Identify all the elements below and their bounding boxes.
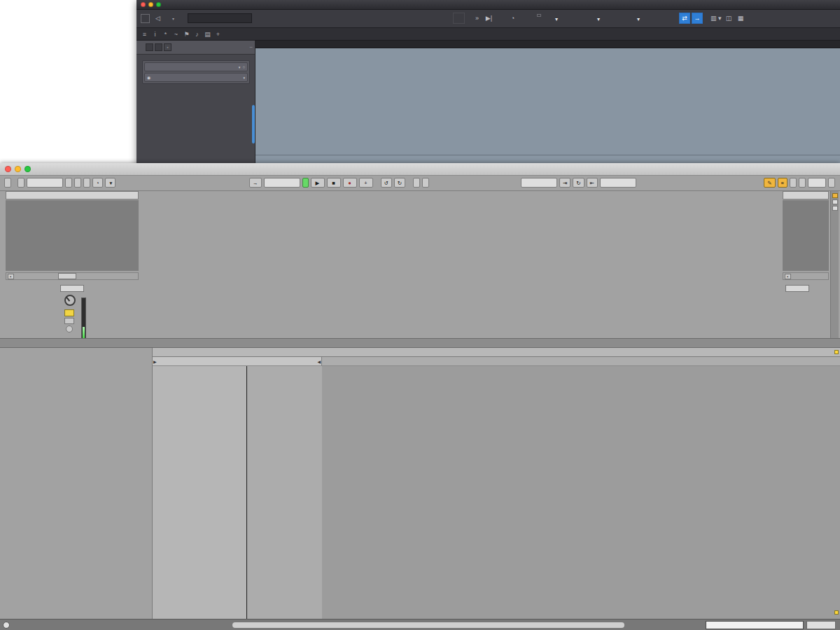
punch-in-button[interactable]: ⇥ — [559, 178, 570, 188]
quantize-button[interactable] — [495, 13, 507, 24]
loop-start-field[interactable] — [521, 178, 557, 188]
vertical-scrollbar[interactable] — [252, 105, 255, 144]
key-map-button[interactable] — [790, 178, 797, 188]
autoscroll-icon[interactable]: → — [692, 13, 703, 24]
master-volume-readout[interactable] — [785, 285, 809, 292]
io-show-toggle[interactable] — [832, 200, 838, 204]
stop-button[interactable]: ■ — [327, 178, 341, 188]
arrangement-waveform-area[interactable] — [255, 48, 840, 168]
close-button[interactable] — [5, 166, 11, 172]
loop-button[interactable]: ↻ — [573, 178, 584, 188]
record-button[interactable]: ● — [343, 178, 357, 188]
automation-lane[interactable]: ◉ ▾ — [144, 73, 248, 82]
timebase-cluster[interactable]: ▾ — [597, 11, 600, 27]
link-button[interactable] — [4, 178, 11, 188]
dual-view-icon[interactable]: ◫ — [723, 13, 735, 24]
close-button[interactable] — [141, 2, 146, 7]
note-icon[interactable]: ♪ — [192, 29, 202, 39]
snap-cluster[interactable]: ▾ — [637, 11, 640, 27]
automation-arm-button[interactable]: ↺ — [381, 178, 392, 188]
live-titlebar[interactable] — [0, 163, 840, 176]
track-header[interactable]: ◦ ~ — [136, 41, 255, 55]
loop-brace[interactable]: ▶ ◀ — [153, 357, 322, 365]
follow-button[interactable]: → — [249, 178, 262, 188]
record-monitor-icon[interactable]: ◦ — [164, 43, 172, 51]
nudge-up-button[interactable] — [74, 178, 81, 188]
minimize-button[interactable] — [15, 166, 21, 172]
midi-map-button[interactable] — [799, 178, 806, 188]
tempo-field[interactable] — [27, 178, 63, 188]
track-tab[interactable] — [806, 621, 836, 629]
studio-one-titlebar[interactable] — [136, 0, 840, 10]
nudge-down-button[interactable] — [65, 178, 72, 188]
play-from-icon[interactable]: ▶| — [483, 13, 495, 24]
grid-view-icon[interactable]: ▥ ▾ — [709, 13, 723, 24]
master-track-title[interactable] — [783, 191, 829, 200]
play-button[interactable]: ▶ — [311, 178, 325, 188]
capture-new-button[interactable] — [422, 178, 429, 188]
metronome-button[interactable]: ◔ — [92, 178, 103, 188]
control-link-display[interactable] — [188, 13, 252, 23]
clip-overview-toggle[interactable] — [832, 193, 838, 198]
status-play-icon[interactable] — [3, 622, 10, 629]
tap-tempo-button[interactable] — [18, 178, 24, 188]
minimize-button[interactable] — [148, 2, 153, 7]
automation-lane[interactable]: ▾ ○ — [144, 62, 248, 71]
fixed-length-display[interactable] — [58, 273, 76, 279]
solo-button[interactable] — [64, 318, 74, 324]
timeline-ruler[interactable] — [255, 28, 840, 41]
wrench-icon[interactable]: * — [160, 29, 171, 39]
list-icon[interactable]: ≡ — [139, 29, 150, 39]
automation-curve-icon[interactable]: ~ — [171, 29, 181, 39]
marker-lane[interactable] — [255, 41, 840, 48]
input-quantize-button[interactable] — [537, 14, 541, 17]
track-volume-knob[interactable] — [64, 295, 76, 306]
zoom-button[interactable] — [156, 2, 161, 7]
track-title-banjo[interactable] — [6, 191, 139, 200]
zoom-button[interactable] — [24, 166, 31, 172]
reenable-automation-button[interactable]: ↻ — [394, 178, 405, 188]
snap-toggle-icon[interactable]: ⇄ — [679, 13, 690, 24]
session-record-button[interactable] — [413, 178, 420, 188]
loop-length-field[interactable] — [600, 178, 636, 188]
session-grid[interactable] — [140, 200, 781, 271]
follow-actions-button[interactable]: ≡ — [778, 178, 788, 188]
automation-mode-button[interactable] — [141, 14, 150, 23]
stop-all-clips-button[interactable]: ▪ — [785, 274, 791, 279]
quantize-cluster[interactable]: ▾ — [555, 11, 558, 27]
loop-end-handle[interactable]: ◀ — [317, 359, 321, 364]
time-signature-field[interactable] — [83, 178, 90, 188]
add-lane-icon[interactable]: ○ — [242, 65, 245, 69]
layers-icon[interactable]: ▤ — [202, 29, 213, 39]
arm-button[interactable] — [66, 326, 73, 332]
add-track-icon[interactable]: + — [213, 29, 223, 39]
metronome-icon[interactable]: ◔ — [507, 13, 519, 24]
mute-button[interactable] — [146, 43, 153, 51]
loop-start-handle[interactable]: ▶ — [153, 359, 157, 364]
chevron-down-icon[interactable]: ▾ — [243, 76, 245, 80]
solo-button[interactable] — [155, 43, 162, 51]
mixer-view-icon[interactable]: ▦ — [735, 13, 747, 24]
fast-forward-icon[interactable]: » — [471, 13, 483, 24]
sends-show-toggle[interactable] — [832, 206, 838, 211]
scrub-area[interactable]: ▶ ◀ — [153, 357, 840, 366]
draw-mode-button[interactable]: ✎ — [764, 178, 775, 188]
add-locator-button[interactable]: + — [359, 178, 373, 188]
inspector-icon[interactable]: i — [150, 29, 160, 39]
window-splitter[interactable] — [0, 338, 840, 348]
loop-end-marker[interactable] — [834, 350, 839, 354]
loop-end-marker[interactable] — [834, 610, 839, 615]
punch-out-button[interactable]: ⇤ — [587, 178, 598, 188]
track-activator-button[interactable] — [64, 309, 74, 316]
horizontal-scrollbar[interactable] — [232, 622, 624, 628]
quantization-menu[interactable]: ▾ — [105, 178, 116, 188]
arrangement-position-display[interactable] — [264, 178, 300, 188]
clip-overview[interactable] — [706, 621, 804, 629]
marker-flag-icon[interactable]: ⚑ — [181, 29, 192, 39]
help-button[interactable] — [453, 13, 465, 24]
sample-editor[interactable] — [153, 366, 840, 619]
beat-time-ruler[interactable] — [153, 348, 840, 357]
track-volume-readout[interactable] — [60, 285, 84, 292]
clip-stop-button[interactable]: ▪ — [8, 274, 14, 279]
chevron-down-icon[interactable]: ▾ — [239, 65, 241, 69]
